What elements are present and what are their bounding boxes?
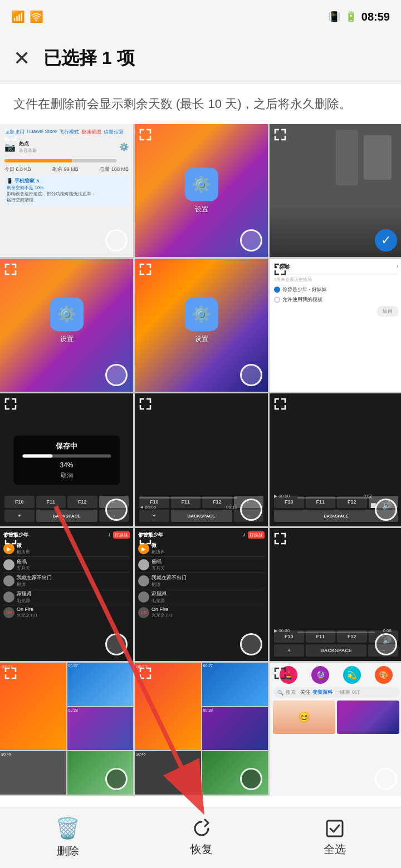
grid-item-4[interactable]: ⚙️ 设置 [0, 259, 133, 392]
grid-item-11[interactable]: 你曾是少年 ♪ 好妹妹 ▶ 微 栀边界 催眠 [135, 528, 268, 661]
expand-icon-3 [274, 129, 286, 143]
select-circle-3[interactable]: ✓ [375, 229, 397, 251]
restore-icon [192, 818, 212, 839]
expand-icon-8 [139, 398, 151, 412]
grid-item-2[interactable]: ⚙️ 设置 [135, 124, 268, 257]
expand-icon-11 [139, 532, 151, 547]
grid-item-15[interactable]: 💄 🔮 💫 🎨 🔍 搜索 关注 变美百科 一键测 0订 [270, 663, 401, 796]
expand-icon-4 [4, 263, 17, 278]
expand-icon-7 [4, 398, 17, 412]
select-all-label: 全选 [324, 842, 346, 857]
expand-icon-1 [4, 129, 17, 143]
signal-icon: 📶 [11, 10, 25, 23]
time-display: 08:59 [361, 11, 390, 23]
grid-item-1[interactable]: 流量使用 Huawei Store 飞行模式 极速截图 信量估算 📷 热点 录音… [0, 124, 133, 257]
close-button[interactable]: ✕ [13, 47, 30, 70]
grid-item-12[interactable]: F10F11F12← +BACKSPACE→ ▶ 00:00 0:08 🔊 [270, 528, 401, 661]
select-circle-6[interactable] [375, 364, 397, 386]
expand-icon-6 [274, 263, 286, 278]
grid-item-13[interactable]: 02:17 00:27 00:28 30:46 [0, 663, 133, 796]
expand-icon-2 [139, 129, 151, 143]
select-circle-9[interactable] [375, 499, 397, 521]
trash-icon: 🗑️ [55, 817, 80, 840]
page-title: 已选择 1 项 [43, 46, 135, 71]
select-circle-2[interactable] [240, 229, 262, 251]
grid-item-7[interactable]: F10F11F12← +BACKSPACE→ 保存中 34% 取消 [0, 393, 133, 526]
delete-label: 删除 [57, 844, 79, 859]
wifi-icon: 🛜 [30, 10, 43, 23]
expand-icon-12 [274, 532, 286, 547]
vibrate-icon: 📳 [328, 11, 340, 23]
status-right: 📳 🔋 08:59 [328, 11, 390, 23]
select-circle-15[interactable] [375, 768, 397, 790]
grid-item-6[interactable]: ● 标签› #用来查看历史格局 你曾是少年 - 好妹妹 允许使用我的模板 应用 [270, 259, 401, 392]
select-circle-8[interactable] [240, 499, 262, 521]
notif-top: 流量使用 Huawei Store 飞行模式 极速截图 信量估算 [4, 129, 129, 136]
expand-icon-14 [139, 667, 151, 682]
select-all-icon [325, 818, 345, 839]
restore-button[interactable]: 恢复 [190, 818, 213, 857]
battery-icon: 🔋 [345, 11, 357, 23]
grid-item-5[interactable]: ⚙️ 设置 [135, 259, 268, 392]
select-circle-14[interactable] [240, 768, 262, 790]
page-container: 📶 🛜 📳 🔋 08:59 ✕ 已选择 1 项 文件在删除前会显示剩余天数 (最… [0, 0, 401, 857]
grid-item-14[interactable]: 00:17 00:27 00:28 30:46 [135, 663, 268, 796]
expand-icon-13 [4, 667, 17, 682]
info-text: 文件在删除前会显示剩余天数 (最长 10 天)，之后将永久删除。 [0, 83, 401, 124]
header: ✕ 已选择 1 项 [0, 33, 401, 83]
bottom-toolbar: 🗑️ 删除 恢复 全选 [0, 807, 401, 868]
select-circle-13[interactable] [105, 768, 128, 790]
restore-label: 恢复 [190, 842, 213, 857]
select-circle-11[interactable] [240, 633, 262, 655]
expand-icon-5 [139, 263, 151, 278]
grid-item-3[interactable]: ✓ [270, 124, 401, 257]
saving-overlay: 保存中 34% 取消 [13, 435, 120, 485]
select-circle-5[interactable] [240, 364, 262, 386]
photo-grid: 流量使用 Huawei Store 飞行模式 极速截图 信量估算 📷 热点 录音… [0, 124, 401, 796]
select-circle-12[interactable] [375, 633, 397, 655]
expand-icon-15 [274, 667, 286, 682]
status-left: 📶 🛜 [11, 10, 43, 23]
select-circle-10[interactable] [105, 633, 128, 655]
status-bar: 📶 🛜 📳 🔋 08:59 [0, 0, 401, 33]
select-circle-4[interactable] [105, 364, 128, 386]
grid-item-9[interactable]: F10F11F12← BACKSPACE ▶ 00:00 0:07 🔊 ⏹ [270, 393, 401, 526]
grid-item-10[interactable]: 你曾是少年 ♪ 好妹妹 ▶ 微 栀边界 [0, 528, 133, 661]
brightness-slider [4, 159, 116, 162]
expand-icon-10 [4, 532, 17, 547]
select-all-button[interactable]: 全选 [324, 818, 346, 857]
expand-icon-9 [274, 398, 286, 412]
select-circle-7[interactable] [105, 499, 128, 521]
svg-rect-2 [327, 821, 343, 836]
grid-item-8[interactable]: F10F11F12← +BACKSPACE→ ◄ 00:06 00:11 [135, 393, 268, 526]
select-circle-1[interactable] [105, 229, 128, 251]
delete-button[interactable]: 🗑️ 删除 [55, 817, 80, 859]
